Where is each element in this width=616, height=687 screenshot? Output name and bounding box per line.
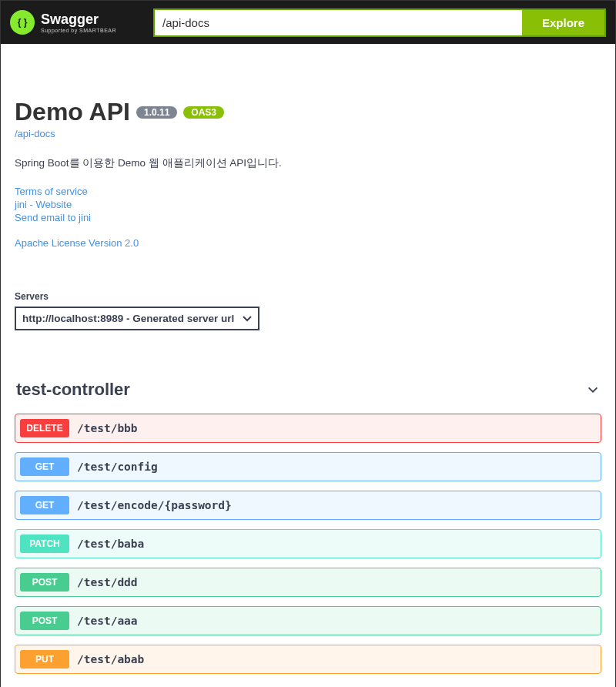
operation-row[interactable]: GET/test/config [15,452,601,481]
http-method-badge: PATCH [20,535,69,553]
http-method-badge: POST [20,573,69,591]
version-badge: 1.0.11 [136,106,177,119]
tag-name: test-controller [16,380,130,400]
terms-link[interactable]: Terms of service [15,186,601,197]
servers-section: Servers http://localhost:8989 - Generate… [15,291,601,344]
http-method-badge: PUT [20,650,69,669]
operation-path: /test/baba [77,538,144,550]
http-method-badge: GET [20,457,69,476]
operation-path: /test/abab [77,653,144,665]
operation-row[interactable]: POST/test/aaa [15,606,601,635]
operation-path: /test/ddd [77,576,138,588]
api-title-row: Demo API 1.0.11 OAS3 [15,98,224,126]
operation-row[interactable]: GET/test/encode/{password} [15,491,601,520]
api-title: Demo API [15,98,130,126]
license-link[interactable]: Apache License Version 2.0 [15,237,601,249]
operation-row[interactable]: DELETE/test/bbb [15,414,601,443]
contact-site-link[interactable]: jini - Website [15,199,601,210]
http-method-badge: POST [20,612,69,630]
http-method-badge: DELETE [20,419,69,437]
api-description: Spring Boot를 이용한 Demo 웹 애플리케이션 API입니다. [15,156,601,170]
operation-row[interactable]: PUT/test/abab [15,645,601,674]
brand-name: Swagger [41,12,116,28]
brand-subtitle: Supported by SMARTBEAR [41,28,116,33]
tag-header-user-controller[interactable]: user-controller [15,683,601,687]
topbar: { } Swagger Supported by SMARTBEAR Explo… [1,1,615,44]
chevron-down-icon [586,383,600,397]
brand-block: { } Swagger Supported by SMARTBEAR [10,10,116,35]
oas-badge: OAS3 [183,106,224,119]
operation-path: /test/encode/{password} [77,499,232,511]
server-select[interactable]: http://localhost:8989 - Generated server… [15,307,259,330]
operation-row[interactable]: PATCH/test/baba [15,529,601,558]
operation-row[interactable]: POST/test/ddd [15,568,601,597]
explore-button[interactable]: Explore [522,10,604,35]
api-url-input[interactable] [155,10,522,35]
tag-header-test-controller[interactable]: test-controller [15,375,601,404]
operation-path: /test/aaa [77,615,138,627]
operation-path: /test/config [77,461,158,473]
operation-path: /test/bbb [77,422,138,434]
swagger-logo-icon: { } [10,10,35,35]
http-method-badge: GET [20,496,69,514]
servers-label: Servers [15,291,601,302]
url-wrapper: Explore [153,8,606,37]
api-info: Demo API 1.0.11 OAS3 /api-docs Spring Bo… [15,98,601,249]
api-docs-link[interactable]: /api-docs [15,128,601,139]
contact-email-link[interactable]: Send email to jini [15,212,601,223]
